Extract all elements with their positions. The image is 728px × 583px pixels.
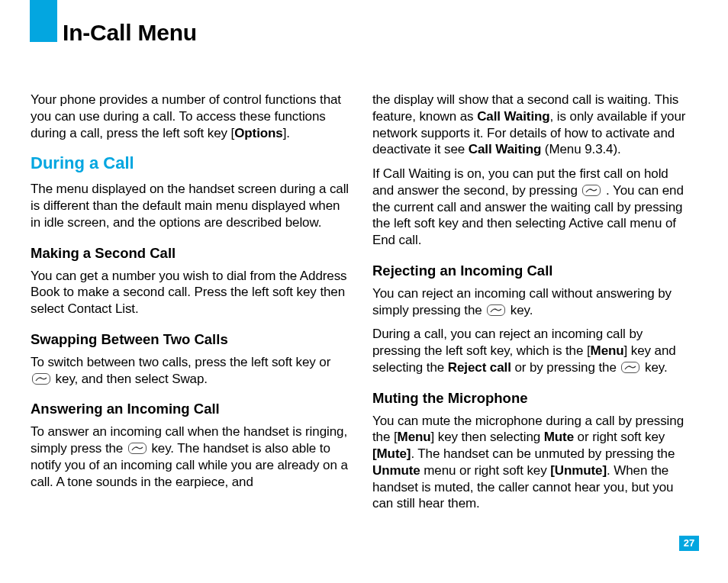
send-key-icon: [582, 185, 601, 196]
subheading-answering-call: Answering an Incoming Call: [31, 401, 351, 417]
body-text: You can mute the microphone during a cal…: [372, 413, 693, 513]
send-key-icon: [32, 373, 50, 385]
content-columns: Your phone provides a number of control …: [31, 92, 697, 537]
text: Your phone provides a number of control …: [31, 92, 341, 140]
page-title: In-Call Menu: [63, 20, 197, 46]
body-text: To switch between two calls, press the l…: [31, 354, 351, 388]
page: In-Call Menu Your phone provides a numbe…: [0, 0, 728, 583]
bold-text: Call Waiting: [477, 109, 549, 124]
send-key-icon: [128, 443, 147, 454]
subheading-rejecting-call: Rejecting an Incoming Call: [372, 263, 693, 279]
bold-text: [Unmute]: [550, 463, 607, 478]
subheading-making-second-call: Making a Second Call: [31, 245, 351, 262]
bold-text: Menu: [591, 343, 624, 358]
bold-text: Reject call: [448, 360, 511, 375]
body-text: You can get a number you wish to dial fr…: [31, 268, 351, 317]
bold-text: Unmute: [372, 463, 420, 478]
text: or right soft key: [574, 430, 665, 444]
section-heading-during-a-call: During a Call: [31, 153, 351, 173]
text: . The handset can be unmuted by pressing…: [411, 446, 675, 461]
text: or by pressing the: [511, 360, 620, 375]
bold-text: [Mute]: [372, 446, 411, 461]
right-column: the display will show that a second call…: [372, 92, 693, 537]
body-text: To answer an incoming call when the hand…: [31, 424, 351, 490]
end-key-icon: [621, 362, 639, 373]
bold-text: Menu: [398, 430, 431, 444]
bold-text: Mute: [544, 430, 574, 444]
text: ].: [283, 126, 290, 140]
body-text: If Call Waiting is on, you can put the f…: [372, 166, 693, 249]
text: key.: [507, 303, 533, 317]
bold-text: Call Waiting: [469, 142, 541, 156]
body-text: You can reject an incoming call without …: [372, 285, 693, 319]
intro-paragraph: Your phone provides a number of control …: [31, 92, 351, 141]
bold-text: Options: [234, 126, 283, 140]
text: (Menu 9.3.4).: [541, 142, 620, 156]
body-text: The menu displayed on the handset screen…: [31, 181, 351, 230]
text: menu or right soft key: [420, 463, 551, 478]
text: ] key then selecting: [431, 430, 544, 444]
left-column: Your phone provides a number of control …: [31, 92, 351, 537]
text: To switch between two calls, press the l…: [31, 355, 330, 369]
text: key.: [641, 360, 667, 375]
header-accent-block: [30, 0, 57, 42]
page-number: 27: [679, 536, 699, 551]
text: key, and then select Swap.: [52, 372, 208, 386]
subheading-muting-microphone: Muting the Microphone: [372, 390, 693, 407]
body-text: the display will show that a second call…: [372, 92, 693, 158]
end-key-icon: [487, 304, 505, 316]
subheading-swapping-calls: Swapping Between Two Calls: [31, 331, 351, 348]
body-text: During a call, you can reject an incomin…: [372, 326, 693, 375]
